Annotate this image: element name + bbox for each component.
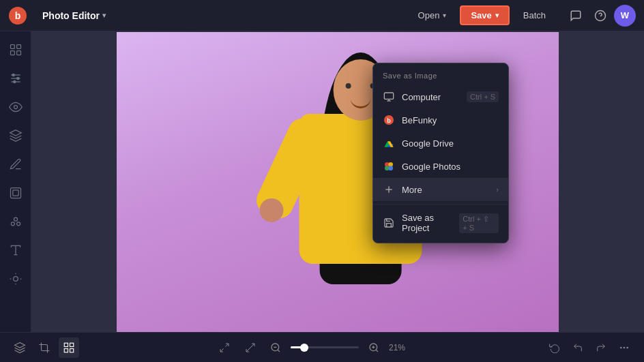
open-label: Open: [418, 10, 440, 20]
more-icon: [383, 183, 395, 196]
canvas-area: Save as Image Computer Ctrl + S: [31, 31, 644, 332]
zoom-in-icon: [368, 342, 379, 353]
computer-shortcut: Ctrl + S: [467, 91, 499, 102]
svg-point-9: [12, 74, 14, 76]
save-chevron-icon: ▾: [495, 12, 499, 19]
svg-rect-37: [64, 348, 68, 352]
grid-icon: [63, 342, 75, 354]
svg-point-17: [14, 217, 17, 221]
redo-action-button[interactable]: [591, 337, 611, 358]
zoom-out-icon: [270, 342, 281, 353]
undo-action-button[interactable]: [568, 337, 588, 358]
save-button[interactable]: Save ▾: [460, 5, 509, 25]
fit-screen-icon: [219, 342, 230, 353]
adjustments-icon: [9, 72, 23, 85]
chat-icon: [570, 10, 582, 22]
grid-icon-button[interactable]: [59, 337, 79, 358]
zoom-out-button[interactable]: [266, 338, 285, 357]
sidebar-item-text[interactable]: [3, 237, 29, 263]
batch-button[interactable]: Batch: [515, 6, 554, 25]
zoom-in-button[interactable]: [364, 338, 383, 357]
save-dropdown-menu: Save as Image Computer Ctrl + S: [372, 63, 509, 243]
sidebar-item-touch-up[interactable]: [3, 151, 29, 177]
sidebar-item-adjustments[interactable]: [3, 65, 29, 91]
sidebar-item-overlays[interactable]: [3, 266, 29, 292]
crop-icon: [38, 342, 50, 354]
logo-area: b: [8, 6, 27, 25]
profile-icon: [9, 43, 23, 57]
ellipsis-icon: [619, 342, 630, 353]
save-befunky-item[interactable]: b BeFunky: [373, 108, 508, 132]
project-save-icon: [383, 217, 395, 229]
save-googledrive-item[interactable]: Google Drive: [373, 132, 508, 155]
svg-point-31: [388, 166, 393, 170]
save-computer-item[interactable]: Computer Ctrl + S: [373, 85, 508, 108]
help-icon: [594, 10, 606, 22]
save-label: Save: [471, 10, 491, 20]
svg-text:b: b: [15, 10, 21, 21]
svg-line-43: [278, 350, 280, 352]
save-more-item[interactable]: More ›: [373, 178, 508, 201]
svg-point-50: [627, 347, 628, 348]
save-googlephotos-label: Google Photos: [402, 162, 460, 172]
save-googlephotos-item[interactable]: Google Photos: [373, 155, 508, 178]
save-googledrive-label: Google Drive: [402, 138, 454, 149]
computer-icon: [383, 91, 395, 103]
sidebar-item-profile[interactable]: [3, 37, 29, 63]
sidebar-item-graphics[interactable]: [3, 209, 29, 235]
svg-point-51: [621, 347, 621, 348]
zoom-handle: [300, 344, 308, 352]
avatar-initial: W: [621, 10, 629, 20]
frames-icon: [9, 186, 23, 200]
fit-screen-icon-button[interactable]: [214, 337, 235, 358]
svg-rect-16: [12, 190, 18, 196]
svg-line-40: [220, 348, 224, 352]
svg-point-18: [11, 222, 14, 226]
svg-point-19: [16, 222, 20, 226]
save-project-item[interactable]: Save as Project Ctrl + ⇧ + S: [373, 207, 508, 239]
help-icon-button[interactable]: [589, 5, 611, 27]
svg-rect-36: [70, 343, 74, 346]
undo-icon-button[interactable]: [544, 337, 565, 358]
layers-icon: [14, 342, 26, 354]
expand-icon: [245, 342, 256, 353]
svg-point-14: [14, 106, 17, 109]
befunky-save-icon: b: [383, 114, 395, 126]
svg-point-11: [16, 77, 18, 79]
sidebar-item-effects[interactable]: [3, 123, 29, 149]
eye-icon: [9, 100, 23, 114]
sidebar-item-frames[interactable]: [3, 180, 29, 206]
svg-rect-23: [384, 93, 393, 99]
history-icon: [549, 342, 560, 353]
zoom-arrows-icon-button[interactable]: [240, 337, 261, 358]
redo-icon: [596, 342, 606, 353]
graphics-icon: [9, 215, 23, 228]
befunky-logo-icon: b: [8, 6, 27, 25]
zoom-controls: 21%: [214, 337, 409, 358]
google-photos-icon: [383, 160, 395, 172]
bottombar: 21%: [0, 332, 644, 362]
svg-rect-5: [16, 45, 20, 49]
bottom-right-icons: [544, 337, 634, 358]
text-icon: [9, 243, 23, 257]
zoom-slider[interactable]: [291, 346, 359, 348]
layers-icon-button[interactable]: [10, 337, 30, 358]
bottom-left-icons: [10, 337, 79, 358]
save-befunky-label: BeFunky: [402, 115, 437, 125]
open-button[interactable]: Open ▾: [410, 6, 455, 25]
chat-icon-button[interactable]: [565, 5, 587, 27]
project-shortcut: Ctrl + ⇧ + S: [459, 213, 499, 233]
sidebar-item-preview[interactable]: [3, 94, 29, 120]
user-avatar-button[interactable]: W: [614, 5, 636, 27]
svg-marker-34: [15, 342, 25, 348]
undo-icon: [572, 342, 583, 353]
svg-text:b: b: [387, 117, 391, 124]
svg-rect-38: [70, 348, 74, 352]
zoom-percent-label: 21%: [389, 343, 409, 352]
left-sidebar: [0, 31, 31, 332]
app-title-button[interactable]: Photo Editor ▾: [38, 7, 110, 24]
eye-left: [346, 83, 351, 89]
crop-icon-button[interactable]: [34, 337, 55, 358]
more-options-button[interactable]: [614, 337, 634, 358]
svg-rect-6: [10, 51, 14, 55]
